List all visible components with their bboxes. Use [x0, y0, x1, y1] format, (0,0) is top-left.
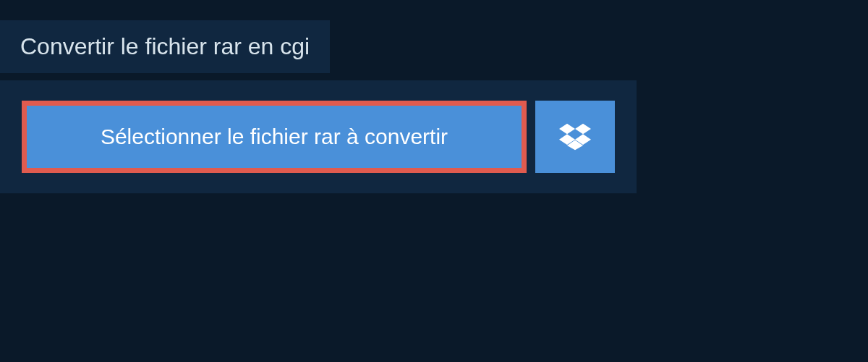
dropbox-icon	[559, 121, 591, 153]
select-file-button[interactable]: Sélectionner le fichier rar à convertir	[22, 101, 527, 173]
select-file-label: Sélectionner le fichier rar à convertir	[101, 125, 448, 149]
upload-panel: Sélectionner le fichier rar à convertir	[0, 80, 637, 193]
dropbox-button[interactable]	[535, 101, 615, 173]
page-header-tab: Convertir le fichier rar en cgi	[0, 20, 330, 73]
page-title: Convertir le fichier rar en cgi	[20, 33, 310, 60]
